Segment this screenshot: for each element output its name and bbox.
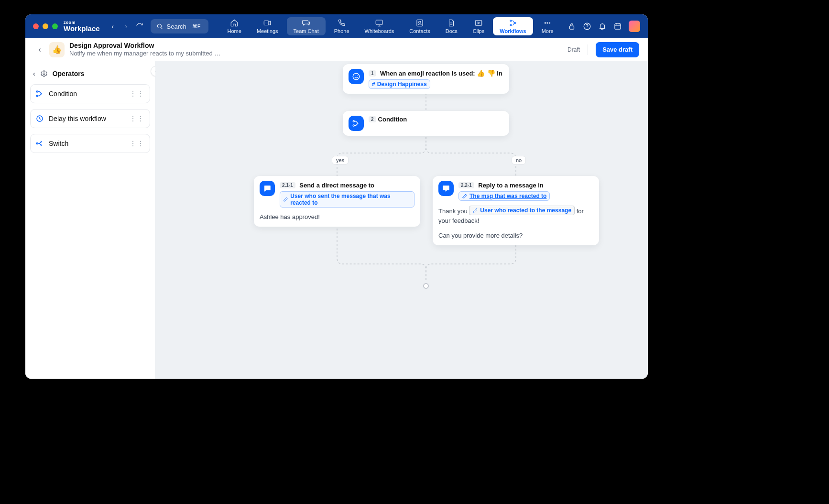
thumbs-down-icon: 👎 [487,69,495,77]
tab-more[interactable]: More [535,17,560,35]
tab-meetings[interactable]: Meetings [250,17,285,35]
node-reply-msg[interactable]: 2.2-1 Reply to a message in The msg that… [433,176,599,245]
svg-point-17 [36,91,38,92]
end-node[interactable] [423,283,429,289]
topbar: zoom Workplace ‹ › Search ⌘F Home Meetin… [25,14,648,38]
step-badge: 1 [369,70,376,77]
sidebar-title: Operators [53,70,85,77]
node-body: Thank you User who reacted to the messag… [438,206,593,241]
variable-chip-inline[interactable]: User who reacted to the message [469,206,575,215]
svg-point-9 [545,22,546,23]
refresh-button[interactable] [134,21,145,32]
node-title: Condition [378,116,407,123]
step-badge: 2.1-1 [280,182,295,188]
clock-icon [35,114,44,123]
help-icon[interactable] [583,22,591,31]
message-icon [260,181,275,196]
operator-label: Switch [49,140,68,147]
tab-docs[interactable]: Docs [439,17,464,35]
node-trigger[interactable]: 1 When an emoji reaction is used: 👍 👎 in… [343,64,509,94]
history-nav: ‹ › [108,21,131,32]
operator-label: Delay this workflow [49,115,106,122]
avatar[interactable] [629,21,640,32]
reply-icon [438,181,454,196]
back-button[interactable]: ‹ [34,44,45,55]
lock-icon[interactable] [567,22,576,31]
window-controls[interactable] [33,23,58,29]
divider [588,44,588,55]
svg-point-14 [587,28,587,28]
svg-point-20 [36,143,38,144]
step-badge: 2 [369,116,376,122]
variable-chip[interactable]: User who sent the message that was react… [280,191,414,208]
node-send-dm[interactable]: 2.1-1 Send a direct message to User who … [254,176,420,227]
svg-point-22 [355,76,356,77]
tab-clips[interactable]: Clips [466,17,491,35]
calendar-icon[interactable] [613,22,622,31]
svg-point-16 [43,73,45,75]
branch-icon [35,89,44,98]
sidebar: ‹ Operators Condition ⋮⋮ Delay this work… [25,61,155,379]
chevron-left-icon[interactable]: ‹ [33,70,35,77]
thumbs-up-icon: 👍 [477,69,485,77]
tab-workflows[interactable]: Workflows [493,17,533,35]
history-back-button[interactable]: ‹ [108,21,118,32]
close-window-icon[interactable] [33,23,39,29]
search-input[interactable]: Search ⌘F [151,19,208,33]
node-title: Reply to a message in [478,182,544,189]
canvas[interactable]: yes no 1 When an emoji reaction is used:… [155,61,648,379]
operator-label: Condition [49,90,77,98]
node-title-suffix: in [495,70,502,77]
minimize-window-icon[interactable] [43,23,48,29]
workflow-titles: Design Approval Workflow Notify me when … [69,42,220,57]
drag-handle-icon[interactable]: ⋮⋮ [130,90,145,97]
switch-icon [35,139,44,148]
app-window: zoom Workplace ‹ › Search ⌘F Home Meetin… [25,14,648,379]
svg-point-18 [36,95,38,97]
svg-point-7 [510,24,512,26]
node-title-prefix: When an emoji reaction is used: [380,70,477,77]
operator-switch[interactable]: Switch ⋮⋮ [30,134,150,153]
tab-team-chat[interactable]: Team Chat [287,17,326,35]
tab-whiteboards[interactable]: Whiteboards [358,17,401,35]
channel-chip[interactable]: #Design Happiness [369,79,430,89]
workflow-subtitle: Notify me when my manager reacts to my s… [69,50,220,57]
variable-chip[interactable]: The msg that was reacted to [458,191,550,201]
svg-rect-12 [570,26,574,29]
search-icon [156,23,163,30]
branch-no-label: no [512,156,526,164]
svg-rect-3 [417,20,423,26]
branch-yes-label: yes [332,156,349,164]
node-title: Send a direct message to [299,182,374,189]
drag-handle-icon[interactable]: ⋮⋮ [130,140,145,147]
operator-delay[interactable]: Delay this workflow ⋮⋮ [30,109,150,128]
tab-phone[interactable]: Phone [327,17,356,35]
maximize-window-icon[interactable] [52,23,58,29]
svg-rect-5 [475,21,482,26]
node-condition[interactable]: 2 Condition [343,111,509,136]
brand-big: Workplace [64,25,100,32]
tab-contacts[interactable]: Contacts [403,17,436,35]
bell-icon[interactable] [598,22,607,31]
brand: zoom Workplace [64,21,100,32]
save-draft-button[interactable]: Save draft [596,42,639,57]
main-tabs: Home Meetings Team Chat Phone Whiteboard… [220,14,561,38]
workflow-title: Design Approval Workflow [69,42,220,50]
pencil-icon [472,208,478,213]
svg-rect-1 [264,21,269,25]
node-body: Ashlee has approved! [260,212,414,222]
main: ‹ Operators Condition ⋮⋮ Delay this work… [25,61,648,379]
emoji-reaction-icon [349,69,364,84]
status-badge: Draft [567,46,580,53]
drag-handle-icon[interactable]: ⋮⋮ [130,115,145,122]
search-shortcut: ⌘F [190,23,203,30]
pencil-icon [283,197,288,202]
tab-home[interactable]: Home [221,17,248,35]
svg-point-25 [353,125,354,126]
svg-point-11 [549,22,550,23]
workflow-emoji-icon: 👍 [49,42,65,57]
history-forward-button[interactable]: › [121,21,131,32]
svg-point-4 [419,21,421,23]
operator-condition[interactable]: Condition ⋮⋮ [30,84,150,103]
condition-icon [349,116,364,131]
